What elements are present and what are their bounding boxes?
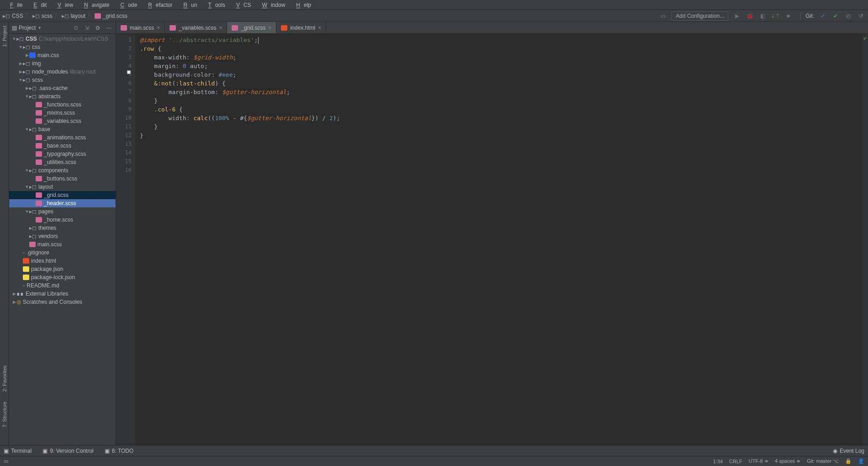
tree-item-css[interactable]: ▼▸◻css	[9, 43, 116, 51]
git-update-icon[interactable]: ✓	[819, 12, 827, 20]
tree-item--base-scss[interactable]: _base.scss	[9, 142, 116, 150]
hide-icon[interactable]: —	[105, 24, 113, 32]
inspector-icon[interactable]: 👤	[858, 458, 864, 464]
tree-item-base[interactable]: ▼▸◻base	[9, 125, 116, 133]
menu-tools[interactable]: Tools	[201, 1, 229, 9]
tool-6--todo[interactable]: ▣6: TODO	[105, 448, 134, 454]
close-icon[interactable]: ×	[318, 25, 321, 31]
tree-item-node-modules[interactable]: ▶▸◻node_modules library root	[9, 68, 116, 76]
tree-item-package-json[interactable]: package.json	[9, 265, 116, 273]
editor-tab--grid-scss[interactable]: _grid.scss×	[227, 22, 276, 33]
indent-info[interactable]: 4 spaces ≑	[775, 458, 800, 464]
select-opened-icon[interactable]: ⊙	[72, 24, 80, 32]
tree-item-themes[interactable]: ▸◻themes	[9, 224, 116, 232]
stop-icon[interactable]: ■	[784, 12, 792, 20]
project-tree[interactable]: ▼▸◻CSS C:\xampp\htdocs\Learn\CSS▼▸◻css▶m…	[9, 34, 116, 445]
close-icon[interactable]: ×	[157, 25, 160, 31]
file-encoding[interactable]: UTF-8 ≑	[749, 458, 768, 464]
profile-icon[interactable]: ⇣⇡	[771, 12, 779, 20]
menu-vcs[interactable]: VCS	[229, 1, 255, 9]
structure-tab[interactable]: 7: Structure	[1, 398, 8, 431]
menu-refactor[interactable]: Refactor	[141, 1, 176, 9]
tree-item--sass-cache[interactable]: ▶▸◻.sass-cache	[9, 84, 116, 92]
tree-item-main-css[interactable]: ▶main.css	[9, 51, 116, 59]
close-icon[interactable]: ×	[268, 25, 271, 31]
menu-view[interactable]: View	[50, 1, 77, 9]
project-panel-title[interactable]: Project	[19, 25, 36, 31]
tree-item--variables-scss[interactable]: _variables.scss	[9, 117, 116, 125]
git-revert-icon[interactable]: ↺	[857, 12, 865, 20]
git-branch[interactable]: Git: master ⌥	[807, 458, 839, 464]
run-icon[interactable]: ▶	[733, 12, 741, 20]
breadcrumb-css[interactable]: ▸◻CSS	[3, 13, 23, 19]
project-select-icon[interactable]: ▤	[12, 25, 17, 31]
settings-icon[interactable]: ✿	[94, 24, 102, 32]
menu-file[interactable]: File	[3, 1, 26, 9]
tree-item--grid-scss[interactable]: _grid.scss	[9, 191, 116, 199]
close-icon[interactable]: ×	[219, 25, 222, 31]
tree-item-readme-md[interactable]: ▫README.md	[9, 281, 116, 290]
code-editor[interactable]: @import '../abstracts/variables';.row { …	[135, 34, 863, 445]
editor-tabs: main.scss×_variables.scss×_grid.scss×ind…	[116, 22, 868, 34]
tree-item--typography-scss[interactable]: _typography.scss	[9, 150, 116, 158]
dropdown-icon[interactable]: ▼	[37, 26, 42, 30]
tree-item-scratches-and-consoles[interactable]: ▶◎Scratches and Consoles	[9, 298, 116, 306]
menu-edit[interactable]: Edit	[26, 1, 50, 9]
menu-window[interactable]: Window	[255, 1, 289, 9]
editor-tab-main-scss[interactable]: main.scss×	[116, 22, 165, 33]
git-label: Git:	[805, 13, 814, 19]
tree-item--animations-scss[interactable]: _animations.scss	[9, 133, 116, 142]
terminal-icon: ▣	[4, 448, 9, 454]
coverage-icon[interactable]: ◧	[758, 12, 767, 20]
tree-item-layout[interactable]: ▼▸◻layout	[9, 183, 116, 191]
layout-icon[interactable]: ▭	[659, 12, 667, 20]
tree-item--functions-scss[interactable]: _functions.scss	[9, 101, 116, 109]
vcs-icon: ▣	[42, 448, 48, 454]
todo-icon: ▣	[105, 448, 110, 454]
menu-navigate[interactable]: Navigate	[77, 1, 113, 9]
editor-tab--variables-scss[interactable]: _variables.scss×	[165, 22, 227, 33]
tree-item--gitignore[interactable]: ▫.gitignore	[9, 249, 116, 257]
project-panel: ▤ Project ▼ ⊙ ⇲ ✿ — ▼▸◻CSS C:\xampp\htdo…	[9, 22, 116, 445]
tree-item-scss[interactable]: ▼▸◻scss	[9, 76, 116, 84]
menu-code[interactable]: Code	[113, 1, 141, 9]
tree-item-main-scss[interactable]: main.scss	[9, 240, 116, 249]
tree-item-css[interactable]: ▼▸◻CSS C:\xampp\htdocs\Learn\CSS	[9, 35, 116, 43]
breadcrumbs: ▸◻CSS〉▸◻scss〉▸◻layout〉_grid.scss	[3, 12, 127, 20]
breadcrumb-scss[interactable]: ▸◻scss	[32, 13, 53, 19]
tree-item-vendors[interactable]: ▸◻vendors	[9, 232, 116, 240]
tool-9--version-control[interactable]: ▣9: Version Control	[42, 448, 93, 454]
tree-item-pages[interactable]: ▼▸◻pages	[9, 207, 116, 216]
lock-icon[interactable]: 🔒	[845, 458, 852, 464]
expand-all-icon[interactable]: ⇲	[83, 24, 91, 32]
menu-help[interactable]: Help	[289, 1, 315, 9]
breadcrumb-_grid.scss[interactable]: _grid.scss	[95, 13, 127, 19]
favorites-tab[interactable]: 2: Favorites	[1, 362, 8, 395]
git-history-icon[interactable]: ◴	[844, 12, 852, 20]
tree-item--home-scss[interactable]: _home.scss	[9, 216, 116, 224]
menu-run[interactable]: Run	[176, 1, 201, 9]
project-tab[interactable]: 1: Project	[1, 22, 8, 50]
inspection-ok-icon: ✔	[863, 36, 867, 42]
tree-item-components[interactable]: ▼▸◻components	[9, 166, 116, 175]
tree-item-index-html[interactable]: index.html	[9, 257, 116, 265]
line-separator[interactable]: CRLF	[729, 459, 742, 464]
debug-icon[interactable]: 🐞	[746, 12, 754, 20]
event-log-button[interactable]: ◉ Event Log	[833, 448, 864, 454]
breadcrumb-layout[interactable]: ▸◻layout	[62, 13, 85, 19]
tree-item--header-scss[interactable]: _header.scss	[9, 199, 116, 207]
tree-item--utilities-scss[interactable]: _utilities.scss	[9, 158, 116, 166]
tree-item-external-libraries[interactable]: ▶∎∎External Libraries	[9, 290, 116, 298]
error-stripe: ✔	[863, 34, 868, 445]
statusbar: ▭ 1:34 CRLF UTF-8 ≑ 4 spaces ≑ Git: mast…	[0, 456, 868, 466]
tree-item--mixins-scss[interactable]: _mixins.scss	[9, 109, 116, 117]
tree-item-package-lock-json[interactable]: package-lock.json	[9, 273, 116, 281]
tree-item--buttons-scss[interactable]: _buttons.scss	[9, 175, 116, 183]
add-configuration-button[interactable]: Add Configuration...	[672, 11, 728, 21]
git-commit-icon[interactable]: ✔	[831, 12, 840, 20]
tool-terminal[interactable]: ▣Terminal	[4, 448, 32, 454]
tree-item-img[interactable]: ▶▸◻img	[9, 59, 116, 68]
tree-item-abstracts[interactable]: ▼▸◻abstracts	[9, 92, 116, 101]
left-tool-stripe: 1: Project 2: Favorites 7: Structure	[0, 22, 9, 445]
editor-tab-index-html[interactable]: index.html×	[276, 22, 326, 33]
